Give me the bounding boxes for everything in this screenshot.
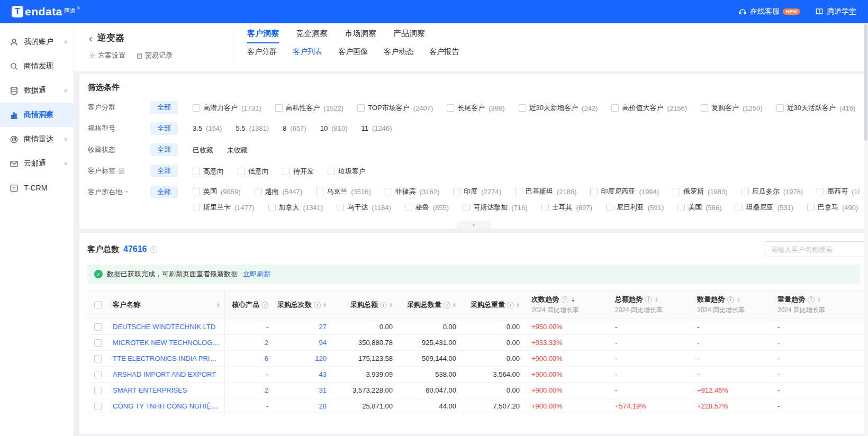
favorite-all-chip[interactable]: 全部 [150, 143, 178, 156]
collapse-filters-button[interactable]: ∨ [457, 221, 491, 229]
filter-option[interactable]: 高价值大客户(2156) [611, 103, 687, 113]
checkbox[interactable] [736, 204, 743, 211]
tag-manage-icon[interactable] [118, 168, 125, 175]
purchase-times-link[interactable]: 120 [315, 355, 327, 362]
info-icon[interactable]: i [261, 302, 268, 308]
col-weight-trend[interactable]: 重量趋势 i ▲▼ 2024 同比增长率 [770, 291, 868, 319]
checkbox[interactable] [337, 204, 344, 211]
filter-option[interactable]: 美国(586) [677, 203, 721, 212]
filter-option[interactable]: 加拿大(1341) [268, 203, 323, 212]
location-all-chip[interactable]: 全部 [150, 186, 178, 198]
filter-option[interactable]: 近30天活跃客户(416) [776, 103, 856, 113]
col-purchase-quantity[interactable]: 采购总数量 i ▲▼ [397, 300, 460, 310]
col-purchase-amount[interactable]: 采购总额 i ▲▼ [331, 300, 397, 310]
col-amount-trend[interactable]: 总额趋势 i ▲▼ 2024 同比增长率 [608, 291, 690, 319]
sort-icon[interactable]: ▲▼ [216, 302, 220, 307]
customer-name-link[interactable]: DEUTSCHE WINDTECHNIK LTD [113, 323, 215, 331]
sidebar-item-business-insight[interactable]: 商情洞察 [0, 103, 74, 127]
tendata-logo[interactable]: Tendata 腾道 ® [12, 5, 80, 18]
checkbox[interactable] [275, 104, 283, 112]
scrollbar-thumb[interactable] [864, 24, 867, 141]
back-button[interactable]: ‹ [89, 34, 93, 42]
purchase-times-link[interactable]: 31 [319, 386, 327, 394]
customer-name-link[interactable]: TTE ELECTRONICS INDIA PRIVATE ... [113, 355, 220, 362]
checkbox[interactable] [193, 168, 200, 175]
purchase-times-link[interactable]: 94 [319, 339, 327, 347]
sidebar-item-business-radar[interactable]: 商情雷达 ∨ [0, 127, 74, 151]
purchase-times-link[interactable]: 43 [319, 370, 327, 378]
row-checkbox[interactable] [94, 371, 102, 378]
filter-option[interactable]: 8(657) [283, 124, 306, 132]
info-icon[interactable]: i [444, 302, 450, 308]
core-product-value[interactable]: - [266, 402, 268, 410]
checkbox[interactable] [357, 104, 365, 112]
filter-option[interactable]: 墨西哥(1816) [817, 187, 860, 196]
core-product-value[interactable]: - [266, 323, 268, 331]
filter-option[interactable]: 11(1246) [361, 124, 392, 132]
filter-option[interactable]: 哥斯达黎加(716) [463, 203, 527, 212]
checkbox[interactable] [328, 168, 335, 175]
filter-option[interactable]: 复购客户(1250) [701, 103, 763, 113]
checkbox[interactable] [447, 104, 454, 112]
filter-option[interactable]: 高粘性客户(1522) [275, 103, 344, 113]
customer-search-input[interactable] [765, 241, 868, 257]
subtab-customer-report[interactable]: 客户报告 [429, 47, 459, 57]
checkbox[interactable] [515, 188, 522, 195]
checkbox[interactable] [817, 188, 824, 195]
customer-name-link[interactable]: SMART ENTERPRISES [113, 386, 187, 394]
info-icon[interactable]: i [727, 296, 734, 303]
filter-option[interactable]: 低意向 [238, 167, 269, 176]
filter-option[interactable]: TOP市场客户(2407) [357, 103, 433, 113]
filter-option[interactable]: 越南(5447) [255, 187, 303, 196]
sidebar-item-tcrm[interactable]: T-CRM [0, 176, 74, 200]
checkbox[interactable] [283, 168, 290, 175]
scheme-settings-link[interactable]: 方案设置 [89, 51, 125, 60]
tab-competitor-insight[interactable]: 竞企洞察 [296, 29, 328, 43]
filter-option[interactable]: 菲律宾(3162) [385, 187, 440, 196]
col-purchase-times[interactable]: 采购总次数 i ▲▼ [273, 300, 331, 310]
info-icon[interactable]: i [507, 302, 514, 308]
subtab-customer-groups[interactable]: 客户分群 [247, 47, 277, 57]
checkbox[interactable] [611, 104, 619, 112]
col-customer-name[interactable]: 客户名称 ▲▼ [108, 291, 225, 319]
sort-icon[interactable]: ▲▼ [655, 297, 658, 302]
purchase-times-link[interactable]: 28 [319, 402, 327, 410]
subtab-customer-list[interactable]: 客户列表 [293, 47, 322, 57]
info-icon[interactable]: i [808, 296, 815, 303]
checkbox[interactable] [385, 188, 392, 195]
filter-option[interactable]: 待开发 [283, 167, 314, 176]
sort-icon[interactable]: ▲▼ [453, 302, 456, 307]
filter-option[interactable]: 乌干达(1184) [337, 203, 391, 212]
subtab-customer-profile[interactable]: 客户画像 [338, 47, 368, 57]
filter-option[interactable]: 近30天新增客户(242) [519, 103, 598, 113]
customer-name-link[interactable]: ARSHAD IMPORT AND EXPORT [113, 370, 216, 378]
core-product-value[interactable]: 2 [265, 339, 268, 347]
purchase-times-link[interactable]: 27 [319, 323, 327, 331]
info-icon[interactable]: i [150, 246, 157, 253]
col-quantity-trend[interactable]: 数量趋势 i ▲▼ 2024 同比增长率 [690, 291, 770, 319]
checkbox[interactable] [701, 104, 708, 112]
customer-name-link[interactable]: CÔNG TY TNHH CÔNG NGHIỆP DE... [113, 402, 220, 410]
filter-option[interactable]: 英国(9859) [193, 187, 241, 196]
sort-icon[interactable]: ▲▼ [389, 302, 393, 307]
row-checkbox[interactable] [94, 339, 102, 347]
sidebar-item-data-pass[interactable]: 数据通 ∨ [0, 78, 74, 103]
subtab-customer-activity[interactable]: 客户动态 [384, 47, 413, 57]
info-icon[interactable]: i [562, 296, 568, 303]
filter-option[interactable]: 未收藏 [227, 146, 248, 155]
sidebar-item-my-account[interactable]: 我的账户 ∨ [0, 30, 74, 54]
filter-option[interactable]: 印度(2274) [453, 187, 501, 196]
row-checkbox[interactable] [94, 403, 102, 410]
segment-all-chip[interactable]: 全部 [150, 101, 178, 114]
checkbox[interactable] [606, 204, 613, 211]
filter-option[interactable]: 斯里兰卡(1477) [193, 203, 255, 212]
select-all-checkbox[interactable] [94, 301, 102, 308]
filter-option[interactable]: 5.5(1381) [236, 124, 269, 132]
checkbox[interactable] [193, 188, 200, 195]
info-icon[interactable]: i [314, 302, 321, 308]
online-service-button[interactable]: 在线客服 NEW [738, 7, 800, 16]
filter-option[interactable]: 坦桑尼亚(531) [736, 203, 793, 212]
col-times-trend[interactable]: 次数趋势 i ▲▼ 2024 同比增长率 [524, 291, 608, 319]
checkbox[interactable] [463, 204, 470, 211]
col-purchase-weight[interactable]: 采购总重量 i ▲▼ [460, 300, 524, 310]
